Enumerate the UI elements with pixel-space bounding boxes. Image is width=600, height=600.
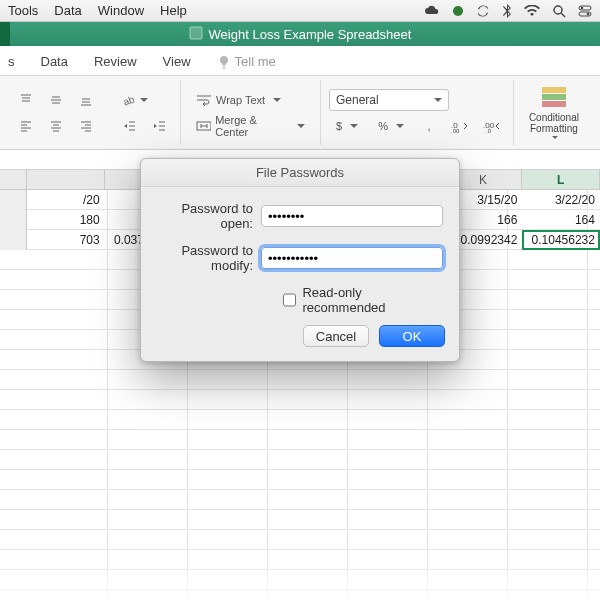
control-center-icon[interactable]: [578, 5, 592, 17]
sync-icon[interactable]: [476, 4, 490, 18]
selected-cell[interactable]: 0.10456232: [522, 230, 600, 250]
mac-menubar: Tools Data Window Help: [0, 0, 600, 22]
password-open-label: Password to open:: [157, 201, 253, 231]
decrease-indent-icon[interactable]: [118, 115, 142, 137]
file-passwords-dialog: File Passwords Password to open: Passwor…: [140, 158, 460, 362]
window-title: Weight Loss Example Spreadsheet: [209, 27, 412, 42]
svg-rect-46: [542, 101, 566, 107]
row-header[interactable]: [0, 190, 27, 210]
align-center-icon[interactable]: [44, 115, 68, 137]
dialog-title: File Passwords: [141, 159, 459, 187]
decrease-decimal-icon: .00.0: [483, 119, 501, 133]
spotlight-icon[interactable]: [552, 4, 566, 18]
tab-partial[interactable]: s: [4, 48, 19, 75]
password-modify-input[interactable]: [261, 247, 443, 269]
align-bottom-icon[interactable]: [74, 89, 98, 111]
select-all-corner[interactable]: [0, 170, 27, 189]
increase-decimal-icon: .0.00: [451, 119, 469, 133]
menu-tools[interactable]: Tools: [8, 3, 38, 18]
ribbon-tabs: s Data Review View Tell me: [0, 46, 600, 76]
col-header[interactable]: [27, 170, 105, 189]
password-open-input[interactable]: [261, 205, 443, 227]
decrease-decimal-button[interactable]: .00.0: [479, 115, 505, 137]
svg-point-1: [554, 6, 562, 14]
menu-help[interactable]: Help: [160, 3, 187, 18]
currency-button[interactable]: $: [329, 115, 365, 137]
menu-window[interactable]: Window: [98, 3, 144, 18]
group-styles: Conditional Formatting Format as Table C…: [514, 80, 600, 145]
align-top-icon[interactable]: [14, 89, 38, 111]
align-right-icon[interactable]: [74, 115, 98, 137]
tab-view[interactable]: View: [159, 48, 195, 75]
comma-style-button[interactable]: ,: [417, 115, 441, 137]
creative-cloud-icon[interactable]: [424, 5, 440, 17]
excel-doc-icon: [189, 26, 203, 43]
cell[interactable]: /20: [27, 190, 105, 210]
row-header[interactable]: [0, 210, 27, 230]
cell[interactable]: 703: [27, 230, 105, 250]
wifi-icon[interactable]: [524, 5, 540, 17]
ribbon: ab Wrap Text Merge & Center: [0, 76, 600, 150]
svg-text:.0: .0: [486, 128, 492, 133]
align-middle-icon[interactable]: [44, 89, 68, 111]
merge-icon: [196, 119, 211, 133]
status-dot-icon[interactable]: [452, 5, 464, 17]
bluetooth-icon[interactable]: [502, 4, 512, 18]
merge-center-button[interactable]: Merge & Center: [189, 115, 312, 137]
wrap-text-button[interactable]: Wrap Text: [189, 89, 288, 111]
svg-point-0: [453, 6, 463, 16]
readonly-recommended-checkbox[interactable]: [283, 293, 296, 307]
tell-me-search[interactable]: Tell me: [213, 48, 280, 75]
orientation-icon[interactable]: ab: [118, 89, 152, 111]
lightbulb-icon: [217, 55, 231, 69]
svg-text:ab: ab: [122, 93, 136, 107]
number-format-select[interactable]: General: [329, 89, 449, 111]
cell[interactable]: 180: [27, 210, 105, 230]
svg-point-5: [581, 6, 584, 9]
conditional-formatting-button[interactable]: Conditional Formatting: [522, 84, 586, 142]
password-modify-label: Password to modify:: [157, 243, 253, 273]
svg-text:.00: .00: [451, 128, 460, 133]
increase-decimal-button[interactable]: .0.00: [447, 115, 473, 137]
group-alignment: ab: [6, 80, 181, 145]
percent-button[interactable]: %: [371, 115, 411, 137]
menu-data[interactable]: Data: [54, 3, 81, 18]
ok-button[interactable]: OK: [379, 325, 445, 347]
align-left-icon[interactable]: [14, 115, 38, 137]
svg-line-2: [561, 13, 565, 17]
col-header-l[interactable]: L: [522, 170, 600, 189]
row-header[interactable]: [0, 230, 27, 250]
tab-review[interactable]: Review: [90, 48, 141, 75]
cell[interactable]: 3/22/20: [522, 190, 600, 210]
conditional-formatting-icon: [539, 84, 569, 110]
window-titlebar: Weight Loss Example Spreadsheet: [0, 22, 600, 46]
tab-data[interactable]: Data: [37, 48, 72, 75]
cancel-button[interactable]: Cancel: [303, 325, 369, 347]
svg-rect-44: [542, 87, 566, 93]
cell[interactable]: 164: [522, 210, 600, 230]
svg-rect-7: [190, 27, 202, 39]
svg-point-6: [587, 12, 590, 15]
wrap-text-icon: [196, 93, 212, 107]
svg-rect-45: [542, 94, 566, 100]
readonly-recommended-label: Read-only recommended: [302, 285, 443, 315]
group-wrap-merge: Wrap Text Merge & Center: [181, 80, 321, 145]
group-number: General $ % , .0.00 .00.0: [321, 80, 514, 145]
increase-indent-icon[interactable]: [148, 115, 172, 137]
format-as-table-button[interactable]: Format as Table: [592, 84, 600, 142]
